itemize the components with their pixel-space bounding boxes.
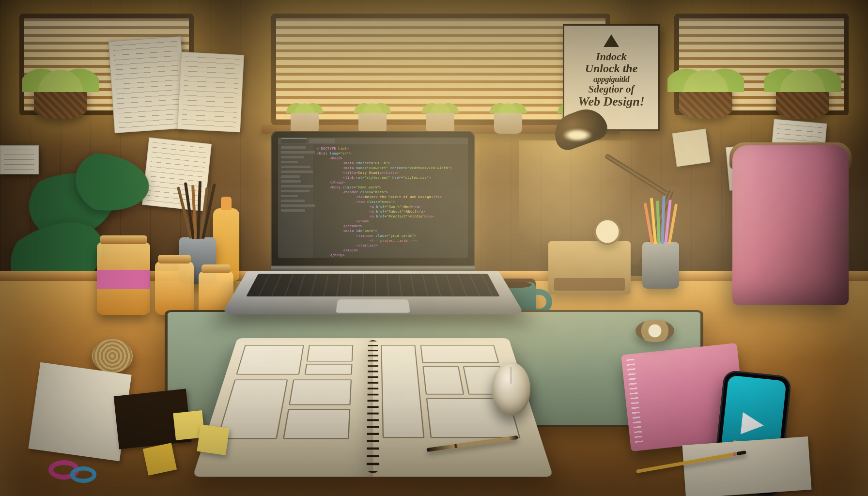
poster-line: appgiguitld [571, 75, 651, 84]
play-icon [741, 412, 765, 437]
code-line: <h1>Unlock the Spirit of Web Design</h1> [317, 195, 464, 200]
editor-body: <!DOCTYPE html><html lang="en"> <head> <… [313, 138, 468, 258]
code-line: <!-- project cards --> [317, 238, 464, 243]
code-line: <a href="#work">Work</a> [317, 204, 464, 209]
desk-organizer [548, 241, 631, 294]
basket-plant [34, 85, 87, 119]
code-line: </header> [317, 224, 464, 229]
code-line: <section class="grid cards"> [317, 233, 464, 238]
wall-sketch [177, 52, 244, 133]
tape-roll [636, 320, 674, 342]
desk-clock [594, 218, 621, 245]
code-line: </nav> [317, 219, 464, 224]
laptop-keyboard [221, 271, 525, 314]
code-line: <!DOCTYPE html> [317, 146, 464, 151]
code-line: <nav class="menu"> [317, 200, 464, 204]
pencil-cup [642, 242, 679, 289]
code-line: <link rel="stylesheet" href="styles.css"… [317, 175, 464, 180]
code-line: <a href="#about">About</a> [317, 209, 464, 214]
code-line: <a href="#contact">Contact</a> [317, 214, 464, 219]
code-line: <head> [317, 156, 464, 161]
code-line: <meta name="viewport" content="width=dev… [317, 166, 464, 170]
jar [97, 242, 150, 315]
code-line: <html lang="en"> [317, 151, 464, 156]
code-line: </head> [317, 180, 464, 185]
poster-line: Indock [571, 51, 651, 62]
code-line: </body> [317, 253, 464, 258]
code-line: <title>Cozy Studio</title> [317, 170, 464, 175]
twine-ball [92, 339, 133, 373]
editor-sidebar [278, 138, 313, 258]
code-line: </main> [317, 248, 464, 253]
jar [155, 262, 194, 315]
sticky-note [197, 424, 229, 455]
plant-pot [494, 111, 522, 134]
editor-tab-active [281, 139, 307, 143]
code-editor-screen: <!DOCTYPE html><html lang="en"> <head> <… [278, 138, 468, 258]
wall-sketch [108, 36, 187, 133]
mouse [492, 362, 530, 416]
wall-note [0, 145, 39, 174]
laptop: <!DOCTYPE html><html lang="en"> <head> <… [262, 131, 484, 305]
basket-plant [679, 85, 732, 119]
code-line: </section> [317, 243, 464, 248]
poster-line: Sdegtior of [571, 84, 651, 95]
poster-line: Web Design! [571, 95, 651, 108]
code-line: <main id="work"> [317, 229, 464, 233]
trackpad [335, 299, 411, 313]
rubber-band [70, 466, 96, 483]
poster-line: Unlock the [571, 62, 651, 75]
basket-plant [776, 85, 829, 119]
triangle-icon [604, 34, 619, 47]
code-line: <body class="home warm"> [317, 185, 464, 190]
code-line: <meta charset="UTF-8"> [317, 161, 464, 166]
paper [682, 436, 811, 496]
code-line: <header class="hero"> [317, 190, 464, 195]
